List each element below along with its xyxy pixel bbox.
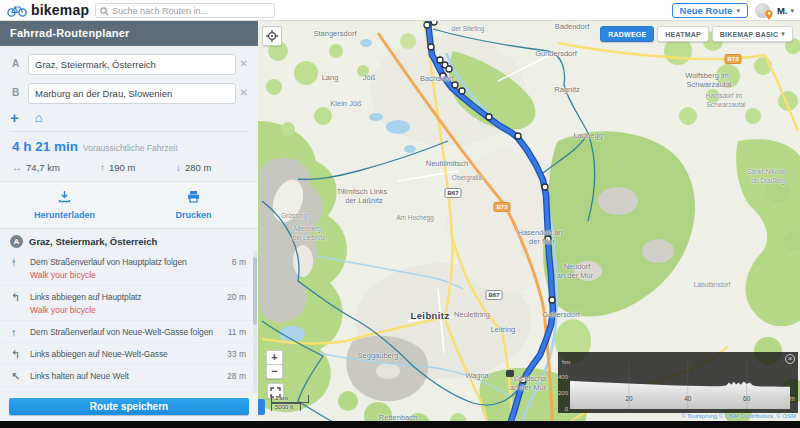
zoom-in-button[interactable]: + (266, 350, 283, 365)
elevation-profile-svg: 2040600200400hmkm (558, 352, 798, 413)
distance-value: 74,7 km (26, 162, 60, 173)
duration-caption: Voraussichtliche Fahrzeit (83, 143, 178, 153)
road-badge: B67 (444, 188, 461, 198)
direction-step[interactable]: ↰Links abbiegen auf HauptplatzWalk your … (0, 286, 258, 321)
scrollbar-thumb[interactable] (253, 257, 257, 325)
home-icon[interactable]: ⌂ (35, 111, 43, 124)
direction-distance: 11 m (228, 327, 246, 337)
waypoint-a-label: A (12, 58, 19, 69)
direction-step[interactable]: ↰Links abbiegen auf Neue-Welt-Gasse33 m (0, 343, 258, 365)
duration-value: 4 h 21 min (12, 139, 78, 154)
svg-text:40: 40 (684, 395, 692, 402)
bike-logo-icon (7, 4, 27, 17)
locate-icon (266, 30, 278, 42)
zoom-out-button[interactable]: − (266, 364, 283, 379)
poi-marker-icon[interactable] (506, 370, 514, 377)
direction-distance: 28 m (227, 371, 246, 381)
route-search (95, 3, 275, 18)
distance-icon: ↔ (12, 162, 22, 173)
svg-text:60: 60 (743, 395, 751, 402)
layer-button-radwege[interactable]: RADWEGE (600, 26, 654, 42)
download-icon (58, 190, 71, 203)
turn-left-icon: ↰ (11, 348, 20, 361)
waypoint-b-input[interactable] (28, 83, 236, 104)
download-button[interactable]: Herunterladen (0, 189, 129, 220)
elevation-chart: 2040600200400hmkm × (558, 352, 798, 413)
top-bar: bikemap Neue Route ▾ M. ▾ (0, 0, 800, 21)
search-icon (100, 7, 109, 16)
locate-button[interactable] (262, 26, 282, 46)
direction-text: Dem Straßenverlauf von Neue-Welt-Gasse f… (30, 327, 216, 337)
direction-distance: 20 m (227, 292, 246, 302)
svg-text:200: 200 (558, 390, 569, 396)
search-input[interactable] (112, 4, 272, 17)
route-continues-icon: ↓ (11, 253, 17, 265)
direction-text: Links abbiegen auf Neue-Welt-Gasse (30, 349, 216, 359)
route-waypoint-marker[interactable] (440, 73, 446, 79)
location-pin-icon (765, 10, 773, 20)
save-route-button[interactable]: Route speichern (9, 398, 249, 415)
svg-text:hm: hm (562, 359, 570, 365)
add-waypoint-button[interactable]: + (10, 111, 19, 125)
route-waypoint-marker[interactable] (424, 22, 430, 28)
waypoint-row-a: A ✕ (10, 54, 248, 75)
user-menu[interactable]: M. ▾ (777, 5, 794, 16)
route-planner-panel: Fahrrad-Routenplaner A ✕ B ✕ + ⌂ 4 h 21 … (0, 21, 258, 421)
descent-icon: ↓ (176, 162, 181, 173)
waypoint-b-label: B (12, 87, 19, 98)
waypoint-tools: + ⌂ (10, 108, 248, 132)
close-icon[interactable]: × (785, 354, 795, 364)
route-start: A Graz, Steiermark, Österreich (0, 229, 258, 251)
route-waypoint-marker[interactable] (452, 82, 458, 88)
route-waypoint-marker[interactable] (545, 236, 551, 242)
panel-title: Fahrrad-Routenplaner (0, 21, 258, 46)
waypoint-a-input[interactable] (28, 54, 236, 75)
print-button[interactable]: Drucken (129, 189, 258, 220)
route-waypoint-marker[interactable] (515, 133, 521, 139)
route-waypoint-marker[interactable] (542, 184, 548, 190)
map-canvas[interactable]: Stangersdorfder StiefingBadendorfGunders… (258, 21, 800, 421)
top-right-controls: Neue Route ▾ M. ▾ (672, 0, 794, 21)
layer-label: HEATMAP (665, 31, 701, 38)
route-waypoint-marker[interactable] (437, 57, 443, 63)
waypoint-row-b: B ✕ (10, 83, 248, 104)
layer-button-heatmap[interactable]: HEATMAP (657, 26, 709, 42)
svg-text:400: 400 (558, 374, 569, 380)
avatar[interactable] (755, 3, 770, 18)
start-location-label: Graz, Steiermark, Österreich (29, 236, 157, 247)
route-waypoint-marker[interactable] (459, 88, 465, 94)
direction-step[interactable]: ↱Rechts abbiegen auf Neue Welt3 m (0, 387, 258, 393)
route-waypoint-marker[interactable] (520, 377, 526, 383)
route-waypoint-marker[interactable] (428, 44, 434, 50)
direction-text: Links halten auf Neue Welt (30, 371, 216, 381)
ascent-value: 190 m (109, 162, 135, 173)
road-badge: B67 (485, 290, 502, 300)
direction-step[interactable]: ↑Dem Straßenverlauf von Hauptplatz folge… (0, 251, 258, 286)
scale-metric: 1 km (271, 395, 309, 403)
clear-waypoint-a-icon[interactable]: ✕ (240, 58, 248, 69)
svg-text:km: km (786, 395, 795, 402)
route-waypoint-marker[interactable] (446, 66, 452, 72)
chevron-down-icon: ▾ (736, 7, 740, 15)
direction-step[interactable]: ↑Dem Straßenverlauf von Neue-Welt-Gasse … (0, 321, 258, 343)
printer-icon (187, 190, 200, 203)
layer-label: RADWEGE (608, 31, 646, 38)
straight-icon: ↑ (11, 326, 17, 338)
route-summary: 4 h 21 min Voraussichtliche Fahrzeit ↔74… (0, 132, 258, 179)
route-waypoint-marker[interactable] (549, 297, 555, 303)
new-route-button[interactable]: Neue Route ▾ (672, 3, 748, 18)
clear-waypoint-b-icon[interactable]: ✕ (240, 87, 248, 98)
ascent-icon: ↑ (100, 162, 105, 173)
bottom-bar (0, 421, 800, 428)
layer-button-bikemap-basic[interactable]: BIKEMAP BASIC▾ (712, 26, 793, 42)
direction-warning: Walk your bicycle (30, 305, 216, 315)
download-label: Herunterladen (0, 210, 129, 220)
bikemap-logo[interactable]: bikemap (7, 2, 89, 18)
turn-left-icon: ↰ (11, 291, 20, 304)
route-waypoint-marker[interactable] (431, 21, 437, 25)
svg-text:0: 0 (565, 406, 569, 412)
road-badge: B73 (724, 54, 741, 64)
map-control-partial[interactable] (258, 399, 265, 415)
route-waypoint-marker[interactable] (486, 114, 492, 120)
direction-step[interactable]: ↖Links halten auf Neue Welt28 m (0, 365, 258, 387)
